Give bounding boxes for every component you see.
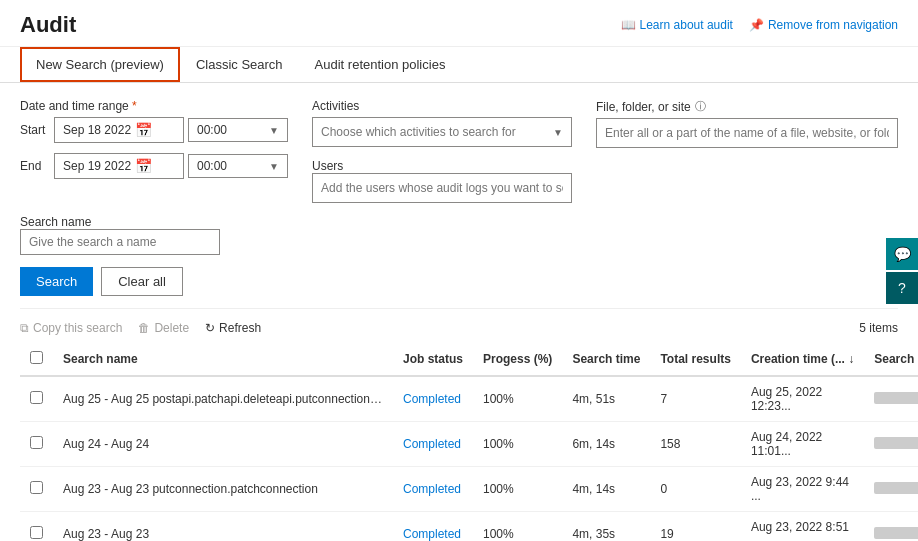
row-search-time: 6m, 14s [562, 422, 650, 467]
col-creation-time[interactable]: Creation time (... ↓ [741, 343, 864, 376]
row-total-results: 19 [650, 512, 740, 542]
delete-icon: 🗑 [138, 321, 150, 335]
tab-new-search[interactable]: New Search (preview) [20, 47, 180, 82]
start-label: Start [20, 123, 50, 137]
col-performed-by[interactable]: Search performed by [864, 343, 918, 376]
row-name: Aug 25 - Aug 25 postapi.patchapi.deletea… [53, 376, 393, 422]
row-checkbox[interactable] [30, 436, 43, 449]
main-content: Date and time range Start Sep 18 2022 📅 … [0, 83, 918, 541]
row-checkbox-cell[interactable] [20, 467, 53, 512]
row-total-results: 7 [650, 376, 740, 422]
row-name: Aug 23 - Aug 23 putconnection.patchconne… [53, 467, 393, 512]
results-toolbar: ⧉ Copy this search 🗑 Delete ↻ Refresh 5 … [20, 321, 898, 335]
top-bar: Audit 📖 Learn about audit 📌 Remove from … [0, 0, 918, 47]
toolbar-left: ⧉ Copy this search 🗑 Delete ↻ Refresh [20, 321, 261, 335]
row-search-time: 4m, 35s [562, 512, 650, 542]
table-row[interactable]: Aug 25 - Aug 25 postapi.patchapi.deletea… [20, 376, 918, 422]
row-checkbox[interactable] [30, 481, 43, 494]
select-all-header[interactable] [20, 343, 53, 376]
tabs-bar: New Search (preview) Classic Search Audi… [0, 47, 918, 83]
row-performed-by [864, 422, 918, 467]
row-name: Aug 24 - Aug 24 [53, 422, 393, 467]
activities-label: Activities [312, 99, 572, 113]
col-progress[interactable]: Progess (%) [473, 343, 562, 376]
search-name-input[interactable] [20, 229, 220, 255]
table-row[interactable]: Aug 23 - Aug 23 Completed 100% 4m, 35s 1… [20, 512, 918, 542]
row-status: Completed [393, 422, 473, 467]
activities-select[interactable]: Choose which activities to search for ▼ [312, 117, 572, 147]
chevron-down-icon-end: ▼ [269, 161, 279, 172]
help-button[interactable]: ? [886, 272, 918, 304]
end-label: End [20, 159, 50, 173]
info-icon: ⓘ [695, 99, 706, 114]
clear-all-button[interactable]: Clear all [101, 267, 183, 296]
date-range-label: Date and time range [20, 99, 288, 113]
file-group: File, folder, or site ⓘ [596, 99, 898, 203]
search-button[interactable]: Search [20, 267, 93, 296]
delete-action[interactable]: 🗑 Delete [138, 321, 189, 335]
activities-placeholder: Choose which activities to search for [321, 125, 516, 139]
select-all-checkbox[interactable] [30, 351, 43, 364]
side-panel: 💬 ? [886, 238, 918, 304]
copy-search-action[interactable]: ⧉ Copy this search [20, 321, 122, 335]
calendar-icon-end[interactable]: 📅 [135, 158, 152, 174]
remove-from-navigation-link[interactable]: 📌 Remove from navigation [749, 18, 898, 32]
row-performed-by [864, 467, 918, 512]
col-search-time[interactable]: Search time [562, 343, 650, 376]
row-search-time: 4m, 51s [562, 376, 650, 422]
table-row[interactable]: Aug 23 - Aug 23 putconnection.patchconne… [20, 467, 918, 512]
users-input[interactable] [312, 173, 572, 203]
start-time-value: 00:00 [197, 123, 227, 137]
copy-icon: ⧉ [20, 321, 29, 335]
top-actions: 📖 Learn about audit 📌 Remove from naviga… [621, 18, 898, 32]
row-performed-by [864, 512, 918, 542]
row-status: Completed [393, 512, 473, 542]
end-date-row: End Sep 19 2022 📅 00:00 ▼ [20, 153, 288, 179]
row-checkbox-cell[interactable] [20, 422, 53, 467]
row-creation-time: Aug 25, 2022 12:23... [741, 376, 864, 422]
row-progress: 100% [473, 467, 562, 512]
date-time-group: Date and time range Start Sep 18 2022 📅 … [20, 99, 288, 203]
row-status: Completed [393, 376, 473, 422]
calendar-icon[interactable]: 📅 [135, 122, 152, 138]
row-progress: 100% [473, 376, 562, 422]
refresh-icon: ↻ [205, 321, 215, 335]
row-name: Aug 23 - Aug 23 [53, 512, 393, 542]
row-search-time: 4m, 14s [562, 467, 650, 512]
items-count: 5 items [859, 321, 898, 335]
page-title: Audit [20, 12, 76, 38]
activities-group: Activities Choose which activities to se… [312, 99, 572, 203]
chat-button[interactable]: 💬 [886, 238, 918, 270]
tab-classic-search[interactable]: Classic Search [180, 47, 299, 82]
row-checkbox[interactable] [30, 391, 43, 404]
pin-icon: 📌 [749, 18, 764, 32]
row-progress: 100% [473, 512, 562, 542]
learn-about-audit-link[interactable]: 📖 Learn about audit [621, 18, 733, 32]
table-body: Aug 25 - Aug 25 postapi.patchapi.deletea… [20, 376, 918, 541]
row-checkbox-cell[interactable] [20, 376, 53, 422]
start-time-select[interactable]: 00:00 ▼ [188, 118, 288, 142]
form-row-1: Date and time range Start Sep 18 2022 📅 … [20, 99, 898, 203]
col-job-status[interactable]: Job status [393, 343, 473, 376]
table-header: Search name Job status Progess (%) Searc… [20, 343, 918, 376]
file-input[interactable] [596, 118, 898, 148]
end-date-input[interactable]: Sep 19 2022 📅 [54, 153, 184, 179]
col-total-results[interactable]: Total results [650, 343, 740, 376]
refresh-action[interactable]: ↻ Refresh [205, 321, 261, 335]
table-row[interactable]: Aug 24 - Aug 24 Completed 100% 6m, 14s 1… [20, 422, 918, 467]
row-creation-time: Aug 24, 2022 11:01... [741, 422, 864, 467]
tab-retention-policies[interactable]: Audit retention policies [299, 47, 462, 82]
row-checkbox-cell[interactable] [20, 512, 53, 542]
row-total-results: 0 [650, 467, 740, 512]
start-date-input[interactable]: Sep 18 2022 📅 [54, 117, 184, 143]
end-time-select[interactable]: 00:00 ▼ [188, 154, 288, 178]
users-group: Users [312, 159, 572, 203]
file-label: File, folder, or site ⓘ [596, 99, 898, 114]
row-performed-by [864, 376, 918, 422]
chevron-down-icon: ▼ [269, 125, 279, 136]
search-name-section: Search name [20, 215, 898, 255]
users-label: Users [312, 159, 572, 173]
row-checkbox[interactable] [30, 526, 43, 539]
col-search-name[interactable]: Search name [53, 343, 393, 376]
activities-chevron-icon: ▼ [553, 127, 563, 138]
